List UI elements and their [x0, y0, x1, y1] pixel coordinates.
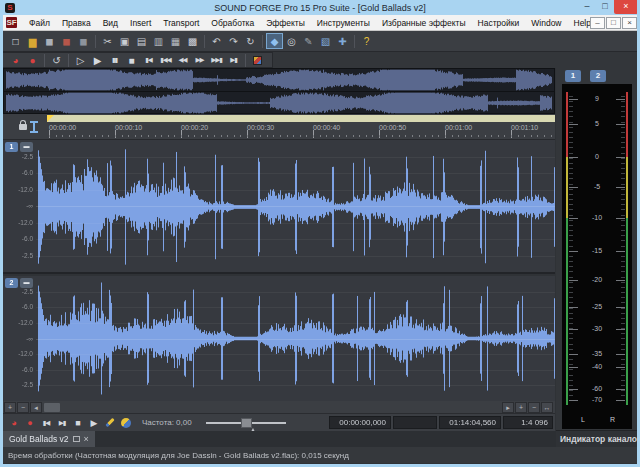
menu-item-настройки[interactable]: Настройки: [472, 15, 526, 31]
scroll-button[interactable]: ◂: [30, 402, 42, 413]
menu-item-файл[interactable]: Файл: [23, 15, 56, 31]
scroll-button[interactable]: ↔: [541, 402, 553, 413]
play-icon[interactable]: ▶: [89, 52, 106, 68]
go-to-start-icon[interactable]: ▮◀: [140, 52, 157, 68]
loop-start-marker[interactable]: [47, 115, 54, 122]
document-tab[interactable]: Gold Ballads v2 ×: [3, 431, 95, 447]
channel-1-chip[interactable]: 1: [5, 142, 18, 152]
stop-icon[interactable]: ■: [70, 415, 86, 430]
edit-pencil-icon[interactable]: [102, 415, 118, 430]
overview-waveform-left[interactable]: [4, 69, 554, 91]
record-icon[interactable]: ●: [22, 415, 38, 430]
record-prepare-icon[interactable]: ◕: [7, 52, 24, 68]
magnify-tool-icon[interactable]: ◎: [283, 33, 300, 49]
tab-close-icon[interactable]: ×: [84, 435, 89, 443]
stop-icon[interactable]: ■: [123, 52, 140, 68]
scrollbar-track[interactable]: [60, 403, 501, 412]
scrollbar-thumb[interactable]: [44, 403, 60, 412]
menu-item-window[interactable]: Window: [525, 15, 567, 31]
save-as-icon[interactable]: ◼: [58, 33, 75, 49]
scroll-button[interactable]: −: [528, 402, 540, 413]
repeat-icon[interactable]: ↻: [242, 33, 259, 49]
rewind-icon[interactable]: ◀◀: [174, 52, 191, 68]
minimize-button[interactable]: –: [578, 0, 596, 14]
pencil-tool-icon[interactable]: ✎: [300, 33, 317, 49]
scroll-button[interactable]: +: [4, 402, 16, 413]
scroll-button[interactable]: −: [17, 402, 29, 413]
plugin-chain-icon[interactable]: [249, 52, 266, 68]
mdi-restore-button[interactable]: □: [606, 17, 621, 29]
trim-crop-icon[interactable]: ▩: [184, 33, 201, 49]
menu-item-эффекты[interactable]: Эффекты: [260, 15, 311, 31]
maximize-button[interactable]: □: [596, 0, 614, 14]
pan-tool-icon[interactable]: ✚: [334, 33, 351, 49]
time-ruler[interactable]: 00:00:0000:00:1000:00:2000:00:3000:00:40…: [3, 114, 555, 140]
go-to-end-icon[interactable]: ▶▮: [54, 415, 70, 430]
record-icon[interactable]: ●: [24, 52, 41, 68]
undo-icon[interactable]: ↶: [208, 33, 225, 49]
mdi-minimize-button[interactable]: –: [590, 17, 605, 29]
menu-item-обработка[interactable]: Обработка: [205, 15, 260, 31]
titlebar[interactable]: S SOUND FORGE Pro 15 Pro Suite - [Gold B…: [0, 0, 640, 15]
window-title: SOUND FORGE Pro 15 Pro Suite - [Gold Bal…: [0, 3, 640, 13]
copy-icon[interactable]: ▣: [116, 33, 133, 49]
zoom-ratio-display[interactable]: 1:4 096: [503, 416, 553, 429]
open-folder-icon[interactable]: ▆: [24, 33, 41, 49]
time-end-display[interactable]: 01:14:04,560: [439, 416, 501, 429]
channel-1-minimize-button[interactable]: ▬: [20, 142, 33, 152]
go-to-end-icon[interactable]: ▶▮: [225, 52, 242, 68]
paste-mix-icon[interactable]: ▦: [167, 33, 184, 49]
paste-icon[interactable]: ▤: [133, 33, 150, 49]
new-file-icon[interactable]: □: [7, 33, 24, 49]
previous-marker-icon[interactable]: ▮◀◀: [157, 52, 174, 68]
mdi-close-button[interactable]: ×: [622, 17, 637, 29]
loop-region-bar[interactable]: [47, 115, 555, 122]
waveform-channel-2[interactable]: 2 ▬ -2.5-6.0-12.0-∞-12.0-6.0-2.5: [3, 276, 555, 401]
next-marker-icon[interactable]: ▶▶▮: [208, 52, 225, 68]
menu-item-вид[interactable]: Вид: [97, 15, 124, 31]
edit-cursor-icon[interactable]: [33, 121, 35, 133]
redo-icon[interactable]: ↷: [225, 33, 242, 49]
meter-panel-title[interactable]: Индикатор каналов: [556, 430, 640, 447]
save-all-icon[interactable]: ◼: [75, 33, 92, 49]
paste-special-icon[interactable]: ▥: [150, 33, 167, 49]
meter-channel-button-1[interactable]: 1: [565, 70, 581, 82]
cut-icon[interactable]: ✂: [99, 33, 116, 49]
document-app-icon[interactable]: SF: [6, 17, 17, 28]
db-scale-label: -∞: [3, 335, 33, 342]
menu-item-правка[interactable]: Правка: [56, 15, 97, 31]
waveform-canvas-1[interactable]: [36, 140, 555, 274]
edit-tool-icon[interactable]: ◆: [266, 33, 283, 49]
menu-item-инструменты[interactable]: Инструменты: [311, 15, 376, 31]
frequency-slider[interactable]: ▲: [206, 416, 286, 430]
menu-item-transport[interactable]: Transport: [157, 15, 205, 31]
time-selection-display[interactable]: [393, 416, 437, 429]
close-button[interactable]: ×: [614, 0, 638, 14]
selection-tool-icon[interactable]: ▧: [317, 33, 334, 49]
save-icon[interactable]: ◼: [41, 33, 58, 49]
menu-item-избранные-эффекты[interactable]: Избранные эффекты: [376, 15, 472, 31]
tab-float-icon[interactable]: [73, 436, 80, 442]
channel-2-chip[interactable]: 2: [5, 278, 18, 288]
fast-forward-icon[interactable]: ▶▶: [191, 52, 208, 68]
lock-icon[interactable]: [19, 124, 27, 130]
scroll-button[interactable]: +: [515, 402, 527, 413]
meter-channel-button-2[interactable]: 2: [590, 70, 606, 82]
whats-this-help-icon[interactable]: ?: [358, 33, 375, 49]
time-position-display[interactable]: 00:00:00,000: [329, 416, 391, 429]
channel-2-minimize-button[interactable]: ▬: [20, 278, 33, 288]
go-to-start-icon[interactable]: ▮◀: [38, 415, 54, 430]
overview-waveform[interactable]: [3, 68, 555, 114]
waveform-channel-1[interactable]: 1 ▬ -2.5-6.0-12.0-∞-12.0-6.0-2.5: [3, 140, 555, 274]
play-all-icon[interactable]: ▷: [72, 52, 89, 68]
overview-waveform-right[interactable]: [4, 92, 554, 114]
play-icon[interactable]: ▶: [86, 415, 102, 430]
scroll-button[interactable]: ▸: [502, 402, 514, 413]
loop-playback-icon[interactable]: ↺: [48, 52, 65, 68]
level-meter[interactable]: 950-5-10-15-20-25-30-35-40-60-70 L R: [562, 84, 632, 429]
menu-item-insert[interactable]: Insert: [124, 15, 157, 31]
pause-icon[interactable]: ▮▮: [106, 52, 123, 68]
ruler-ticks-area[interactable]: 00:00:0000:00:1000:00:2000:00:3000:00:40…: [47, 123, 555, 139]
scrub-icon[interactable]: [118, 415, 134, 430]
record-prepare-icon[interactable]: ◕: [6, 415, 22, 430]
